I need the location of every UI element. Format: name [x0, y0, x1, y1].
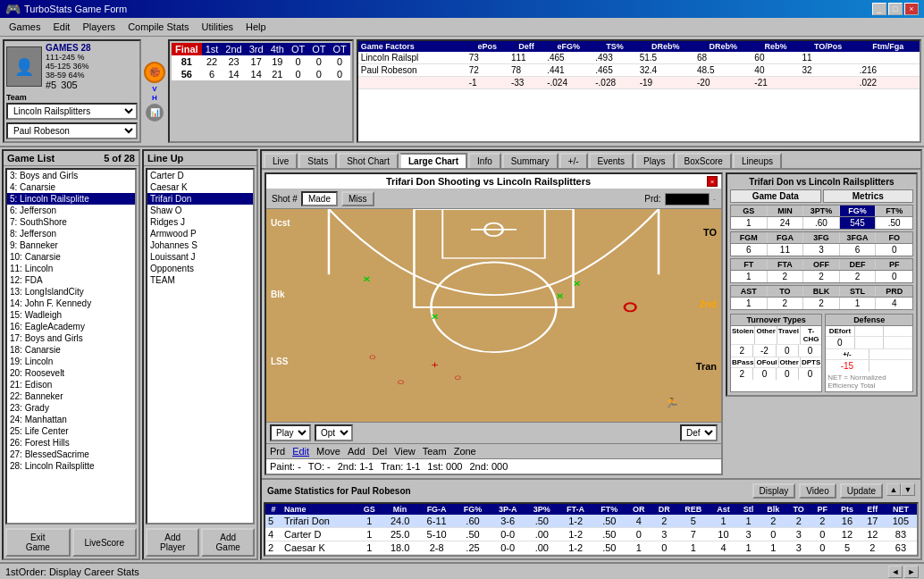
3pt-header: 3PT%	[803, 206, 840, 216]
list-item[interactable]: 3: Boys and Girls	[7, 170, 135, 181]
menu-compile-stats[interactable]: Compile Stats	[122, 20, 194, 34]
def-select[interactable]: Def	[680, 424, 718, 441]
game-statistics-title: Game Statistics for Paul Robeson	[267, 486, 411, 496]
made-button[interactable]: Made	[301, 191, 338, 206]
list-item[interactable]: 19: Lincoln	[7, 356, 135, 367]
min-header: MIN	[768, 206, 804, 216]
table-row[interactable]: 5Trifari Don 124.06-11.60 3-6.501-2.50 4…	[265, 515, 917, 528]
tab-live[interactable]: Live	[264, 153, 298, 168]
del-text[interactable]: Del	[373, 446, 388, 457]
menu-players[interactable]: Players	[77, 20, 121, 34]
list-item[interactable]: 8: Jefferson	[7, 228, 135, 239]
edit-link[interactable]: Edit	[292, 446, 309, 457]
menu-utilities[interactable]: Utilities	[197, 20, 239, 34]
list-item[interactable]: 6: Jefferson	[7, 205, 135, 216]
tab-info[interactable]: Info	[468, 153, 501, 168]
lineup-item[interactable]: Opponents	[147, 263, 253, 274]
list-item[interactable]: 18: Canarsie	[7, 344, 135, 356]
list-item[interactable]: 11: Lincoln	[7, 263, 135, 274]
list-item[interactable]: 7: SouthShore	[7, 216, 135, 228]
lineup-item-selected[interactable]: Trifari Don	[147, 193, 253, 205]
play-select[interactable]: Play	[270, 424, 311, 441]
tab-events[interactable]: Events	[589, 153, 634, 168]
exit-game-button[interactable]: Exit Game	[5, 528, 71, 557]
tab-bar: Live Stats Shot Chart Large Chart Info S…	[262, 151, 920, 170]
status-scroll-right[interactable]: ►	[904, 566, 919, 578]
view-text[interactable]: View	[394, 446, 416, 457]
defense-title: Defense	[826, 315, 912, 326]
table-row[interactable]: 2Caesar K 118.02-8.25 0-0.001-2.50 1014 …	[265, 541, 917, 555]
lineup-item[interactable]: TEAM	[147, 274, 253, 286]
list-item[interactable]: 24: Manhattan	[7, 414, 135, 425]
lineup-item[interactable]: Louissant J	[147, 251, 253, 263]
maximize-button[interactable]: □	[888, 3, 903, 15]
menu-edit[interactable]: Edit	[47, 20, 75, 34]
list-item[interactable]: 14: John F. Kennedy	[7, 298, 135, 309]
scroll-up-arrow[interactable]: ▲	[886, 483, 901, 496]
net-info: NET = Normalized Efficiency Total	[826, 372, 912, 391]
move-text[interactable]: Move	[316, 446, 340, 457]
team-dropdown[interactable]: Lincoln Railsplitters	[6, 103, 138, 120]
list-item[interactable]: 4: Canarsie	[7, 181, 135, 193]
to-info: TO: -	[308, 461, 331, 472]
miss-button[interactable]: Miss	[341, 191, 374, 206]
list-item[interactable]: 28: Lincoln Railsplitte	[7, 460, 135, 472]
lineup-item[interactable]: Ridges J	[147, 216, 253, 228]
video-button[interactable]: Video	[799, 483, 836, 499]
update-button[interactable]: Update	[840, 483, 883, 499]
zone-text[interactable]: Zone	[454, 446, 476, 457]
tab-large-chart[interactable]: Large Chart	[399, 153, 467, 168]
list-item[interactable]: 26: Forest Hills	[7, 437, 135, 449]
list-item[interactable]: 13: LongIslandCity	[7, 286, 135, 298]
tab-plays[interactable]: Plays	[634, 153, 674, 168]
lineup-item[interactable]: Armwood P	[147, 228, 253, 239]
record2: 45-125 36%	[46, 62, 91, 71]
svg-text:×: ×	[432, 311, 439, 322]
tab-plus-minus[interactable]: +/-	[559, 153, 588, 168]
tab-shot-chart[interactable]: Shot Chart	[338, 153, 399, 168]
player-stat-name: Paul Robeson	[358, 64, 466, 77]
scroll-down-arrow[interactable]: ▼	[901, 483, 915, 496]
table-row[interactable]: 4Carter D 125.05-10.50 0-0.001-2.50 0371…	[265, 528, 917, 541]
display-button[interactable]: Display	[752, 483, 796, 499]
team-text[interactable]: Team	[423, 446, 447, 457]
list-item[interactable]: 10: Canarsie	[7, 251, 135, 263]
menu-games[interactable]: Games	[4, 20, 46, 34]
lineup-item[interactable]: Caesar K	[147, 181, 253, 193]
list-item[interactable]: 15: Wadleigh	[7, 309, 135, 321]
tab-boxscore[interactable]: BoxScore	[676, 153, 732, 168]
list-item[interactable]: 20: Roosevelt	[7, 367, 135, 379]
game-list-header: Game List 5 of 28	[4, 151, 139, 166]
list-item[interactable]: 16: EagleAcademy	[7, 321, 135, 332]
livescore-button[interactable]: LiveScore	[72, 528, 137, 557]
list-item[interactable]: 21: Edison	[7, 379, 135, 390]
chart-close-button[interactable]: ×	[707, 176, 718, 187]
ft-val: .50	[876, 217, 912, 229]
title-bar: 🎮 TurboStats Game Form _ □ ×	[0, 0, 924, 18]
list-item[interactable]: 27: BlessedSacrime	[7, 449, 135, 460]
player-dropdown[interactable]: Paul Robeson	[6, 122, 138, 139]
lineup-item[interactable]: Johannes S	[147, 239, 253, 251]
status-scroll-left[interactable]: ◄	[888, 566, 903, 578]
lineup-item[interactable]: Carter D	[147, 170, 253, 181]
tab-stats[interactable]: Stats	[298, 153, 337, 168]
add-text[interactable]: Add	[348, 446, 365, 457]
menu-help[interactable]: Help	[240, 20, 272, 34]
add-player-button[interactable]: Add Player	[146, 528, 199, 557]
list-item[interactable]: 22: Banneker	[7, 390, 135, 402]
minimize-button[interactable]: _	[872, 3, 886, 15]
list-item[interactable]: 25: Life Center	[7, 425, 135, 437]
add-game-button[interactable]: Add Game	[201, 528, 255, 557]
list-item[interactable]: 12: FDA	[7, 274, 135, 286]
game-list-box[interactable]: 3: Boys and Girls 4: Canarsie 5: Lincoln…	[5, 168, 137, 524]
list-item[interactable]: 23: Grady	[7, 402, 135, 414]
tab-summary[interactable]: Summary	[502, 153, 559, 168]
close-button[interactable]: ×	[904, 3, 919, 15]
list-item-selected[interactable]: 5: Lincoln Railsplitte	[7, 193, 135, 205]
lineup-list[interactable]: Carter D Caesar K Trifari Don Shaw O Rid…	[146, 168, 255, 524]
list-item[interactable]: 9: Banneker	[7, 239, 135, 251]
lineup-item[interactable]: Shaw O	[147, 205, 253, 216]
opt-select[interactable]: Opt	[315, 424, 353, 441]
list-item[interactable]: 17: Boys and Girls	[7, 332, 135, 344]
tab-lineups[interactable]: Lineups	[733, 153, 782, 168]
